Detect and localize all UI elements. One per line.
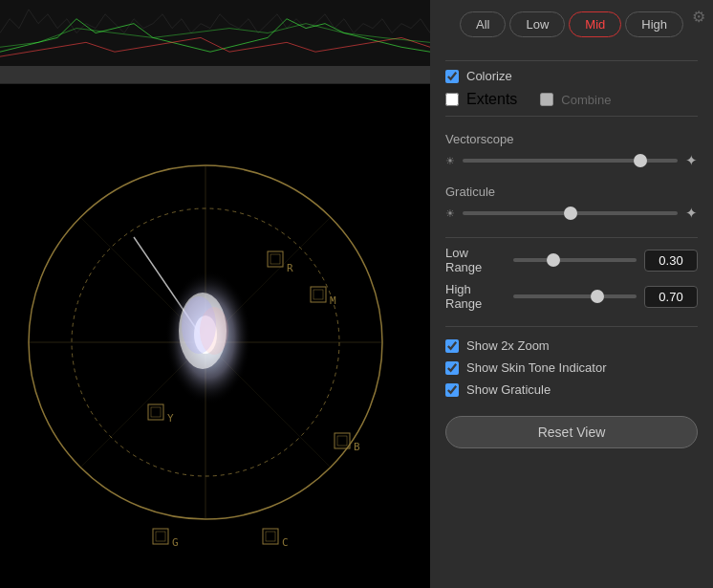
low-range-input[interactable] bbox=[644, 250, 698, 272]
svg-text:M: M bbox=[330, 294, 336, 307]
tab-row: All Low Mid High bbox=[445, 11, 698, 37]
svg-text:B: B bbox=[354, 441, 360, 453]
show-skin-tone-row: Show Skin Tone Indicator bbox=[445, 360, 698, 375]
high-range-row: High Range bbox=[445, 282, 698, 311]
graticule-brightness-high-icon: ✦ bbox=[685, 205, 698, 222]
show-2x-zoom-label: Show 2x Zoom bbox=[466, 338, 550, 353]
vectorscope-area: R M Y B G C bbox=[0, 84, 430, 588]
tab-low[interactable]: Low bbox=[509, 11, 565, 37]
show-skin-tone-label: Show Skin Tone Indicator bbox=[466, 360, 606, 375]
vectorscope-slider[interactable] bbox=[463, 159, 678, 163]
high-range-slider[interactable] bbox=[513, 294, 637, 298]
graticule-slider-row: ☀ ✦ bbox=[445, 205, 698, 222]
divider-1 bbox=[445, 60, 698, 61]
extents-label: Extents bbox=[466, 91, 517, 108]
graticule-label: Graticule bbox=[445, 185, 698, 199]
high-range-input[interactable] bbox=[644, 286, 698, 308]
colorize-checkbox[interactable] bbox=[445, 70, 459, 83]
low-range-row: Low Range bbox=[445, 246, 698, 274]
brightness-low-icon: ☀ bbox=[445, 155, 455, 167]
graticule-slider[interactable] bbox=[463, 211, 678, 215]
svg-text:Y: Y bbox=[167, 412, 174, 425]
vectorscope-label: Vectorscope bbox=[445, 132, 698, 146]
divider-3 bbox=[445, 237, 698, 238]
tab-all[interactable]: All bbox=[460, 11, 506, 37]
right-panel: ⚙ All Low Mid High Colorize Extents Comb… bbox=[430, 0, 713, 588]
top-waveform bbox=[0, 0, 430, 67]
svg-text:G: G bbox=[172, 536, 179, 549]
show-graticule-row: Show Graticule bbox=[445, 382, 698, 397]
scope-bar bbox=[0, 67, 430, 84]
show-skin-tone-checkbox[interactable] bbox=[445, 361, 459, 375]
gear-icon: ⚙ bbox=[692, 9, 705, 25]
graticule-brightness-low-icon: ☀ bbox=[445, 207, 455, 220]
combine-label: Combine bbox=[561, 93, 611, 107]
colorize-row: Colorize bbox=[445, 69, 698, 83]
divider-2 bbox=[445, 116, 698, 117]
show-graticule-checkbox[interactable] bbox=[445, 383, 459, 397]
show-2x-zoom-checkbox[interactable] bbox=[445, 339, 459, 353]
show-2x-zoom-row: Show 2x Zoom bbox=[445, 338, 698, 353]
combine-checkbox[interactable] bbox=[540, 93, 553, 106]
tab-high[interactable]: High bbox=[625, 11, 683, 37]
high-range-label: High Range bbox=[445, 282, 506, 311]
vectorscope-slider-row: ☀ ✦ bbox=[445, 152, 698, 169]
gear-button[interactable]: ⚙ bbox=[692, 8, 705, 26]
svg-text:C: C bbox=[282, 536, 289, 549]
extents-checkbox[interactable] bbox=[445, 93, 459, 106]
low-range-slider[interactable] bbox=[513, 258, 637, 262]
colorize-label: Colorize bbox=[466, 69, 512, 83]
show-graticule-label: Show Graticule bbox=[466, 382, 551, 397]
low-range-label: Low Range bbox=[445, 246, 506, 274]
reset-view-button[interactable]: Reset View bbox=[445, 416, 698, 448]
options-section: Show 2x Zoom Show Skin Tone Indicator Sh… bbox=[445, 338, 698, 404]
tab-mid[interactable]: Mid bbox=[569, 11, 621, 37]
svg-point-31 bbox=[200, 307, 228, 355]
vectorscope-display: R M Y B G C bbox=[0, 0, 430, 588]
svg-text:R: R bbox=[287, 262, 293, 274]
extents-row: Extents Combine bbox=[445, 91, 698, 108]
divider-4 bbox=[445, 326, 698, 327]
brightness-high-icon: ✦ bbox=[685, 152, 698, 169]
